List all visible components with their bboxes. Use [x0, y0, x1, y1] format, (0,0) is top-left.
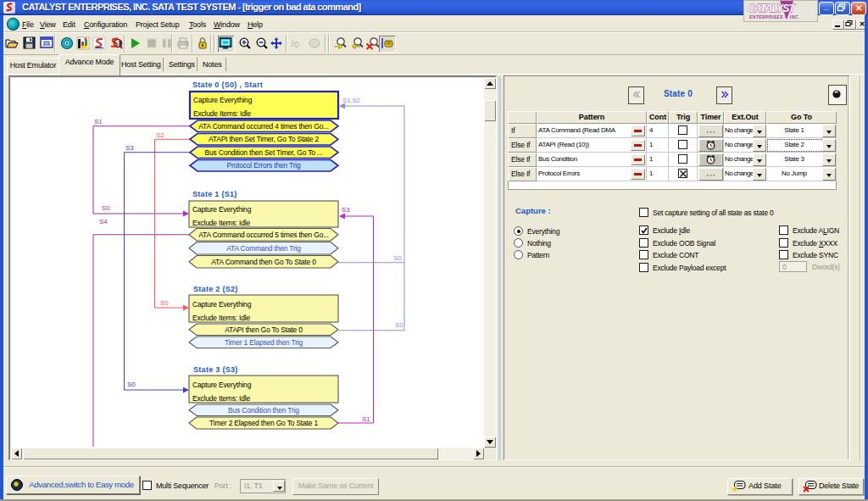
svg-text:Protocol Errors then Trig: Protocol Errors then Trig [226, 161, 301, 170]
svg-text:S1: S1 [94, 118, 103, 125]
svg-text:Exclude Items: Idle: Exclude Items: Idle [192, 314, 250, 322]
svg-text:S1: S1 [362, 415, 370, 423]
svg-text:S2: S2 [156, 131, 164, 139]
svg-text:S4: S4 [99, 218, 108, 225]
svg-text:Capture Everything: Capture Everything [192, 300, 252, 309]
svg-text:CATALYST: CATALYST [748, 3, 796, 14]
svg-text:S3: S3 [125, 144, 134, 152]
svg-text:S0: S0 [160, 299, 169, 307]
svg-text:Capture Everything: Capture Everything [193, 96, 253, 104]
svg-text:ATAPI then Go To State 0: ATAPI then Go To State 0 [225, 326, 303, 334]
svg-text:ATAPI then Set Timer, Go To St: ATAPI then Set Timer, Go To State 2 [209, 135, 319, 143]
svg-text:Capture Everything: Capture Everything [192, 381, 252, 389]
svg-text:State 2 (S2): State 2 (S2) [193, 285, 238, 293]
svg-text:S0: S0 [127, 381, 136, 388]
svg-text:State 1 (S1): State 1 (S1) [192, 190, 237, 198]
svg-text:S3: S3 [342, 206, 350, 214]
svg-text:Timer 2 Elapsed then Go To Sta: Timer 2 Elapsed then Go To State 1 [209, 419, 318, 427]
svg-text:State 3 (S3): State 3 (S3) [193, 365, 238, 374]
svg-text:ATA Command then Go To State 0: ATA Command then Go To State 0 [211, 258, 316, 266]
svg-text:Timer 1 Elapsed then Trig: Timer 1 Elapsed then Trig [225, 338, 303, 347]
svg-text:Bus Condition then Trig: Bus Condition then Trig [228, 406, 299, 415]
svg-text:S0: S0 [395, 321, 403, 329]
svg-text:Exclude Items: Idle: Exclude Items: Idle [192, 219, 250, 227]
svg-text:ATA Command occurred 4 times t: ATA Command occurred 4 times then Go... [198, 122, 328, 131]
svg-text:S1,S2: S1,S2 [342, 97, 361, 104]
svg-text:Exclude Items: Idle: Exclude Items: Idle [193, 109, 251, 118]
svg-text:S0: S0 [102, 204, 110, 212]
svg-text:ATA Command then Trig: ATA Command then Trig [226, 244, 301, 253]
svg-text:ATA Command occurred 5 times t: ATA Command occurred 5 times then Go... [198, 231, 328, 239]
svg-text:ENTERPRISES ▼ INC.: ENTERPRISES ▼ INC. [749, 14, 799, 19]
svg-text:Bus Condition then Set Timer,: Bus Condition then Set Timer, Go To ... [205, 148, 323, 157]
svg-text:Exclude Items: Idle: Exclude Items: Idle [192, 394, 250, 403]
svg-text:State 0 (S0) , Start: State 0 (S0) , Start [192, 81, 263, 89]
svg-text:Capture Everything: Capture Everything [192, 205, 252, 214]
svg-text:S0: S0 [393, 254, 402, 262]
